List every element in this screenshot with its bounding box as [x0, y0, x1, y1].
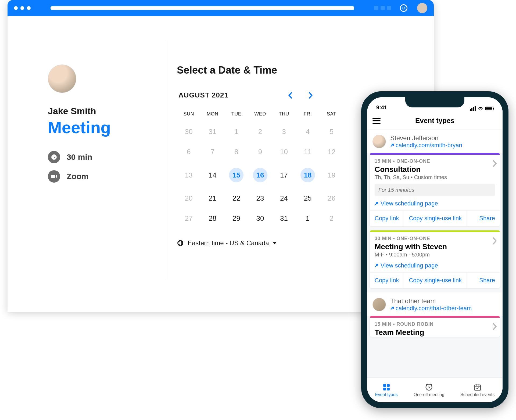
calendar-day[interactable]: 25 — [296, 188, 320, 208]
window-controls[interactable] — [14, 6, 31, 10]
app-bar: Event types — [367, 112, 503, 129]
share-button[interactable]: Share — [474, 273, 500, 288]
user-name: That other team — [390, 297, 472, 305]
window-dot-icon[interactable] — [14, 6, 18, 10]
copy-single-use-link-button[interactable]: Copy single-use link — [404, 211, 467, 226]
calendar-day: 31 — [201, 122, 225, 142]
calendar-day: 1 — [224, 122, 248, 142]
calendar-day: 6 — [177, 142, 201, 162]
card-meta: 15 MIN • ONE-ON-ONE — [375, 158, 495, 164]
copy-link-button[interactable]: Copy link — [370, 273, 404, 288]
user-name: Steven Jefferson — [390, 134, 462, 142]
calendar-day[interactable]: 16 — [248, 162, 272, 188]
browser-titlebar: C — [8, 0, 434, 16]
calendar-day: 30 — [177, 122, 201, 142]
calendar-day: 2 — [248, 122, 272, 142]
chevron-left-icon — [288, 92, 293, 99]
event-type-card[interactable]: 15 MIN • ROUND ROBIN Team Meeting — [370, 316, 500, 337]
calendar-day: 9 — [248, 142, 272, 162]
tab-event-types[interactable]: Event types — [375, 383, 398, 397]
calendar-day[interactable]: 28 — [201, 208, 225, 229]
calendar-day: 2 — [320, 208, 343, 229]
external-link-icon — [390, 143, 394, 147]
user-header: Steven Jefferson calendly.com/smith-brya… — [367, 129, 503, 153]
calendar-day: 4 — [296, 122, 320, 142]
window-dot-icon[interactable] — [27, 6, 31, 10]
calendar-day: 20 — [177, 188, 201, 208]
calendar-day[interactable]: 31 — [272, 208, 296, 229]
calendar-day[interactable]: 18 — [296, 162, 320, 188]
user-header: That other team calendly.com/that-other-… — [367, 292, 503, 316]
clock-icon — [48, 151, 60, 163]
host-name: Jake Smith — [48, 106, 150, 116]
calendar-day[interactable]: 30 — [248, 208, 272, 229]
timezone-label: Eastern time - US & Canada — [188, 239, 269, 247]
meeting-title: Meeting — [48, 118, 150, 137]
weekday-header: THU — [272, 108, 296, 122]
month-label: AUGUST 2021 — [178, 91, 228, 99]
screen-title: Event types — [415, 117, 454, 125]
copy-single-use-link-button[interactable]: Copy single-use link — [404, 273, 467, 288]
window-dot-icon[interactable] — [20, 6, 24, 10]
tab-one-off-meeting[interactable]: One-off meeting — [414, 383, 444, 397]
calendar-day[interactable]: 29 — [224, 208, 248, 229]
calendar-day[interactable]: 23 — [248, 188, 272, 208]
user-avatar — [372, 135, 386, 148]
svg-rect-1 — [387, 384, 389, 386]
user-calendly-link[interactable]: calendly.com/that-other-team — [390, 305, 472, 312]
calendar-grid: SUNMONTUEWEDTHUFRISAT 303112345678910111… — [177, 108, 343, 229]
duration-label: 30 min — [67, 153, 92, 162]
status-time: 9:41 — [376, 104, 387, 111]
prev-month-button[interactable] — [288, 92, 293, 99]
card-meta: 30 MIN • ONE-ON-ONE — [375, 236, 495, 241]
calendar-day[interactable]: 22 — [224, 188, 248, 208]
svg-rect-3 — [387, 388, 389, 390]
card-title: Team Meeting — [375, 328, 495, 337]
signal-icon — [470, 106, 476, 111]
view-scheduling-link[interactable]: View scheduling page — [375, 200, 495, 207]
calendar-day: 5 — [320, 122, 343, 142]
calendar-day: 3 — [272, 122, 296, 142]
calendar-day[interactable]: 21 — [201, 188, 225, 208]
card-subtitle: Th, Th, Sa, Su • Custom times — [375, 174, 495, 180]
card-actions: Copy link Copy single-use link Share — [370, 272, 500, 288]
event-type-card[interactable]: 15 MIN • ONE-ON-ONE Consultation Th, Th,… — [370, 153, 500, 226]
calendar-day[interactable]: 24 — [272, 188, 296, 208]
tab-scheduled-events[interactable]: Scheduled events — [460, 383, 494, 397]
bottom-tab-bar: Event types One-off meeting Scheduled ev… — [367, 378, 503, 402]
calendar-day[interactable]: 15 — [224, 162, 248, 188]
weekday-header: TUE — [224, 108, 248, 122]
calendar-day[interactable]: 17 — [272, 162, 296, 188]
svg-rect-5 — [474, 385, 481, 390]
calendly-logo-icon: C — [400, 4, 407, 12]
chevron-right-icon — [492, 323, 497, 332]
view-scheduling-link[interactable]: View scheduling page — [375, 262, 495, 269]
phone-notch — [405, 97, 464, 107]
account-avatar[interactable] — [417, 3, 427, 13]
share-button[interactable]: Share — [474, 211, 500, 226]
card-subtitle: M-F • 9:00am - 5:00pm — [375, 252, 495, 258]
calendar-day: 13 — [177, 162, 201, 188]
calendar-day: 10 — [272, 142, 296, 162]
wifi-icon — [478, 107, 483, 110]
card-actions: Copy link Copy single-use link Share — [370, 210, 500, 226]
weekday-header: MON — [201, 108, 225, 122]
weekday-header: WED — [248, 108, 272, 122]
weekday-header: SAT — [320, 108, 343, 122]
calendar-icon — [474, 383, 482, 391]
calendar-day[interactable]: 1 — [296, 208, 320, 229]
next-month-button[interactable] — [308, 92, 313, 99]
weekday-header: FRI — [296, 108, 320, 122]
url-bar[interactable] — [51, 6, 354, 10]
calendar-day[interactable]: 14 — [201, 162, 225, 188]
card-meta: 15 MIN • ROUND ROBIN — [375, 321, 495, 327]
user-calendly-link[interactable]: calendly.com/smith-bryan — [390, 142, 462, 149]
weekday-header: SUN — [177, 108, 201, 122]
menu-button[interactable] — [372, 118, 381, 124]
copy-link-button[interactable]: Copy link — [370, 211, 404, 226]
duration-row: 30 min — [48, 151, 150, 163]
chevron-right-icon — [492, 237, 497, 246]
calendar-day: 26 — [320, 188, 343, 208]
event-type-card[interactable]: 30 MIN • ONE-ON-ONE Meeting with Steven … — [370, 230, 500, 288]
event-types-list[interactable]: Steven Jefferson calendly.com/smith-brya… — [367, 129, 503, 378]
